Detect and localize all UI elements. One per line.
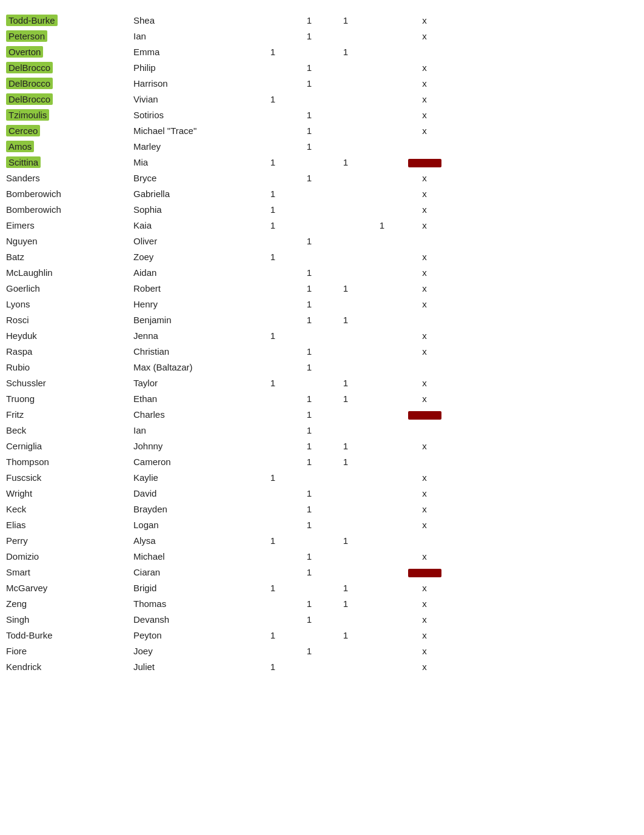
table-row: SchusslerTaylor11x — [6, 375, 638, 391]
first-name: Aidan — [133, 267, 255, 278]
table-row: McGarveyBrigid11x — [6, 580, 638, 595]
last-name: Elias — [6, 520, 133, 530]
first-name: Brayden — [133, 504, 255, 514]
table-row: RosciBenjamin11 — [6, 312, 638, 327]
table-row: RubioMax (Baltazar)1 — [6, 359, 638, 375]
x-col: x — [400, 299, 449, 309]
first-name: Kaylie — [133, 472, 255, 483]
col1-value: 1 — [255, 630, 291, 640]
x-col: x — [400, 472, 449, 483]
first-name: Joey — [133, 646, 255, 656]
table-row: LyonsHenry1x — [6, 296, 638, 312]
col1-value: 1 — [255, 583, 291, 593]
last-name: Batz — [6, 252, 133, 262]
table-row: DelBroccoHarrison1x — [6, 75, 638, 91]
highlighted-name: DelBrocco — [6, 93, 53, 105]
x-col: x — [400, 204, 449, 215]
first-name: Taylor — [133, 378, 255, 388]
last-name: Raspa — [6, 346, 133, 357]
col1-value: 1 — [255, 472, 291, 483]
x-col: x — [400, 62, 449, 73]
col2-value: 1 — [291, 599, 327, 609]
col2-value: 1 — [291, 567, 327, 577]
first-name: Philip — [133, 62, 255, 73]
x-col: x — [400, 78, 449, 89]
table-row: PerryAlysa11 — [6, 532, 638, 548]
x-col: x — [400, 346, 449, 357]
table-row: BomberowichSophia1x — [6, 201, 638, 217]
table-row: SinghDevansh1x — [6, 611, 638, 627]
first-name: Marley — [133, 141, 255, 152]
x-col: x — [400, 551, 449, 562]
main-table: Todd-BurkeShea11xPetersonIan1xOvertonEmm… — [6, 12, 638, 674]
last-name: Lyons — [6, 299, 133, 309]
col2-value: 1 — [291, 646, 327, 656]
last-name: Bomberowich — [6, 204, 133, 215]
table-row: EimersKaia11x — [6, 217, 638, 233]
table-row: DomizioMichael1x — [6, 548, 638, 564]
table-row: TzimoulisSotirios1x — [6, 107, 638, 122]
col2-value: 1 — [291, 267, 327, 278]
first-name: Mia — [133, 157, 255, 167]
first-name: Johnny — [133, 441, 255, 451]
col2-value: 1 — [291, 425, 327, 435]
table-row: FioreJoey1x — [6, 643, 638, 659]
col2-value: 1 — [291, 409, 327, 420]
last-name: Beck — [6, 425, 133, 435]
last-name: Truong — [6, 394, 133, 404]
x-col: x — [400, 267, 449, 278]
last-name: Heyduk — [6, 330, 133, 341]
redacted-block — [408, 159, 441, 167]
first-name: Kaia — [133, 220, 255, 230]
col2-value: 1 — [291, 110, 327, 120]
last-name: Smart — [6, 567, 133, 577]
last-name: Cerniglia — [6, 441, 133, 451]
highlighted-name: Amos — [6, 141, 34, 152]
table-row: BeckIan1 — [6, 422, 638, 438]
col1-value: 1 — [255, 535, 291, 546]
x-col: x — [400, 283, 449, 293]
col2-value: 1 — [291, 614, 327, 625]
first-name: Logan — [133, 520, 255, 530]
table-row: Todd-BurkeShea11x — [6, 12, 638, 28]
table-row: OvertonEmma11 — [6, 44, 638, 59]
x-col: x — [400, 126, 449, 136]
x-col: x — [400, 599, 449, 609]
last-name: McLaughlin — [6, 267, 133, 278]
first-name: Christian — [133, 346, 255, 357]
col2-value: 1 — [291, 488, 327, 498]
col2-value: 1 — [291, 173, 327, 183]
first-name: Robert — [133, 283, 255, 293]
table-row: HeydukJenna1x — [6, 327, 638, 343]
last-name: Rubio — [6, 362, 133, 372]
last-name: Fuscsick — [6, 472, 133, 483]
col2-value: 1 — [291, 551, 327, 562]
col1-value: 1 — [255, 94, 291, 104]
first-name: Devansh — [133, 614, 255, 625]
col2-value: 1 — [291, 15, 327, 25]
col1-value: 1 — [255, 252, 291, 262]
highlighted-name: Scittina — [6, 156, 41, 168]
x-col: x — [400, 441, 449, 451]
table-row: KeckBrayden1x — [6, 501, 638, 517]
first-name: Brigid — [133, 583, 255, 593]
first-name: Vivian — [133, 94, 255, 104]
x-col: x — [400, 94, 449, 104]
table-row: McLaughlinAidan1x — [6, 264, 638, 280]
last-name: Todd-Burke — [6, 630, 133, 640]
table-row: PetersonIan1x — [6, 28, 638, 44]
first-name: Max (Baltazar) — [133, 362, 255, 372]
x-col: x — [400, 630, 449, 640]
last-name: Cerceo — [6, 126, 133, 136]
col2-value: 1 — [291, 520, 327, 530]
first-name: Michael "Trace" — [133, 126, 255, 136]
first-name: Ethan — [133, 394, 255, 404]
last-name: Amos — [6, 141, 133, 152]
col3-value: 1 — [327, 15, 364, 25]
last-name: Scittina — [6, 157, 133, 167]
x-col: x — [400, 15, 449, 25]
table-row: WrightDavid1x — [6, 485, 638, 501]
col3-value: 1 — [327, 630, 364, 640]
x-col — [400, 156, 449, 167]
first-name: Michael — [133, 551, 255, 562]
